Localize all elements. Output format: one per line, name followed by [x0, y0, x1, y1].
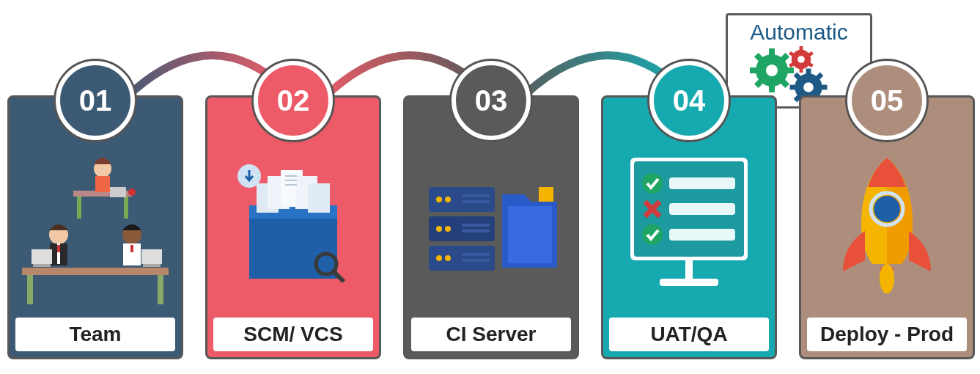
svg-point-48 — [436, 255, 442, 261]
svg-rect-61 — [660, 279, 718, 286]
stage-label: Team — [15, 318, 175, 351]
stage-label: Deploy - Prod — [807, 318, 967, 351]
svg-point-67 — [642, 224, 663, 245]
svg-point-2 — [766, 65, 778, 76]
svg-rect-60 — [685, 260, 693, 279]
svg-rect-9 — [124, 197, 128, 219]
svg-rect-20 — [57, 245, 60, 252]
svg-rect-26 — [141, 249, 162, 264]
svg-point-62 — [642, 173, 663, 194]
svg-point-47 — [445, 226, 451, 232]
svg-rect-50 — [462, 194, 490, 197]
svg-rect-63 — [669, 177, 735, 189]
stage-number: 01 — [56, 61, 135, 140]
server-icon — [421, 165, 561, 290]
stage-ci: 03 CI Server — [403, 95, 579, 359]
stage-number: 02 — [254, 61, 333, 140]
svg-rect-27 — [143, 264, 161, 267]
svg-point-44 — [436, 197, 442, 202]
svg-rect-11 — [95, 176, 110, 192]
checklist-icon — [619, 150, 759, 304]
svg-rect-12 — [110, 187, 126, 197]
svg-rect-16 — [158, 275, 163, 304]
stage-number: 03 — [452, 61, 531, 140]
archive-icon — [224, 154, 363, 301]
stage-label: CI Server — [411, 318, 571, 351]
automatic-label: Automatic — [728, 20, 870, 45]
svg-point-69 — [874, 196, 900, 222]
stage-scm: 02 SCM/ VCS — [205, 95, 381, 359]
svg-point-45 — [445, 197, 451, 202]
svg-rect-22 — [33, 264, 51, 267]
svg-rect-51 — [462, 200, 490, 203]
svg-point-4 — [797, 56, 805, 63]
svg-rect-56 — [508, 206, 552, 263]
svg-rect-34 — [308, 183, 330, 213]
team-icon — [18, 147, 172, 308]
svg-rect-57 — [539, 187, 553, 202]
rocket-icon — [825, 150, 949, 304]
stage-number: 04 — [649, 61, 729, 140]
svg-rect-21 — [32, 249, 52, 264]
svg-rect-68 — [669, 229, 735, 241]
svg-rect-15 — [27, 275, 33, 304]
stage-label: UAT/QA — [609, 318, 769, 351]
stage-label: SCM/ VCS — [213, 318, 373, 351]
svg-rect-66 — [669, 203, 735, 215]
svg-point-6 — [803, 82, 814, 92]
svg-point-71 — [880, 264, 894, 293]
svg-rect-1 — [769, 48, 775, 57]
svg-rect-14 — [22, 268, 169, 275]
stage-deploy: 05 Deploy - Prod — [799, 95, 975, 359]
svg-rect-54 — [462, 253, 490, 256]
svg-point-46 — [436, 226, 442, 232]
svg-rect-52 — [462, 224, 490, 227]
stage-team: 01 Team — [7, 95, 183, 359]
svg-rect-25 — [130, 245, 133, 252]
svg-rect-53 — [462, 230, 490, 232]
svg-point-13 — [128, 188, 136, 196]
svg-point-49 — [445, 255, 451, 261]
svg-rect-8 — [77, 197, 81, 219]
svg-rect-55 — [462, 259, 490, 262]
stage-uat: 04 UAT/QA — [601, 95, 777, 359]
stage-number: 05 — [847, 61, 926, 140]
